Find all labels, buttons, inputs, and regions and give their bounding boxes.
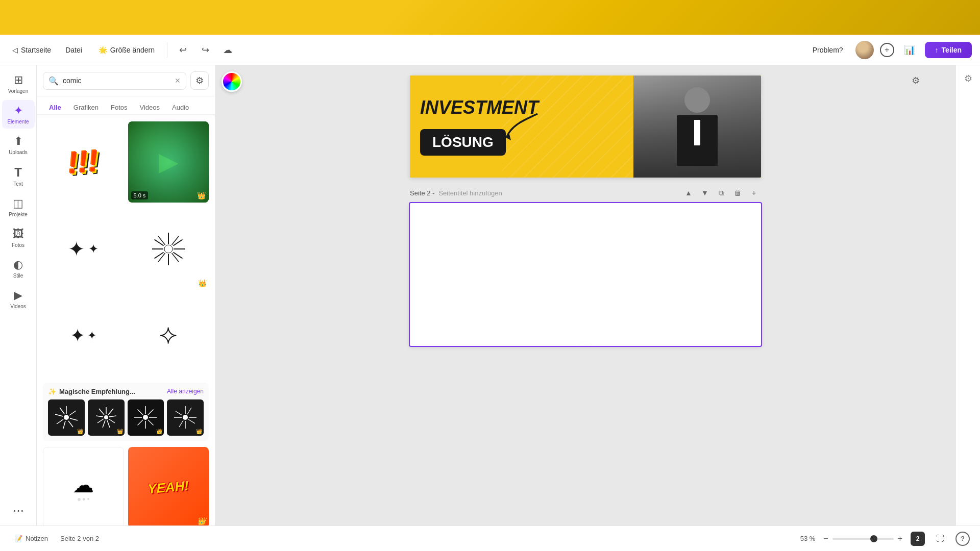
sidebar-item-fotos[interactable]: 🖼 Fotos bbox=[2, 223, 35, 252]
page-add-button[interactable]: + bbox=[747, 186, 761, 200]
user-avatar[interactable] bbox=[855, 41, 874, 59]
sidebar-item-elemente[interactable]: ✦ Elemente bbox=[2, 100, 35, 129]
magic-all-link[interactable]: Alle anzeigen bbox=[167, 388, 204, 395]
svg-line-12 bbox=[172, 253, 179, 262]
canvas-frame-1[interactable]: INVESTMENT LÖSUNG bbox=[410, 76, 761, 178]
magic-item-4[interactable]: 👑 bbox=[167, 399, 204, 436]
sidebar-item-videos[interactable]: ▶ Videos bbox=[2, 285, 35, 313]
share-label: Teilen bbox=[942, 46, 962, 54]
sparkle-grid: ✦ ✦ bbox=[43, 209, 209, 290]
zoom-plus-button[interactable]: + bbox=[898, 534, 902, 543]
svg-line-27 bbox=[107, 420, 110, 428]
page-delete-button[interactable]: 🗑 bbox=[730, 186, 745, 200]
page1-content: INVESTMENT LÖSUNG bbox=[410, 76, 761, 178]
sidebar-item-text[interactable]: T Text bbox=[2, 161, 35, 191]
zoom-minus-button[interactable]: − bbox=[823, 534, 828, 543]
cloud-icon: ☁ bbox=[223, 44, 232, 56]
svg-line-46 bbox=[187, 408, 191, 414]
filter-button[interactable]: ⚙ bbox=[190, 71, 209, 90]
magic-header: ✨ Magische Empfehlung... Alle anzeigen bbox=[48, 388, 204, 395]
sidebar-item-uploads[interactable]: ⬆ Uploads bbox=[2, 131, 35, 159]
undo-button[interactable]: ↩ bbox=[174, 41, 192, 59]
toolbar-right: Problem? + 📊 ↑ Teilen bbox=[806, 41, 972, 59]
clear-search-button[interactable]: ✕ bbox=[175, 77, 181, 85]
videos-icon: ▶ bbox=[14, 289, 22, 302]
cloud-save-button[interactable]: ☁ bbox=[218, 41, 237, 59]
add-user-button[interactable]: + bbox=[880, 43, 894, 57]
svg-line-31 bbox=[99, 409, 104, 415]
tab-audio[interactable]: Audio bbox=[166, 101, 195, 115]
canvas-filter-button[interactable]: ⚙ bbox=[906, 71, 925, 90]
magic-item-1[interactable]: 👑 bbox=[48, 399, 85, 436]
tab-fotos[interactable]: Fotos bbox=[105, 101, 134, 115]
zoom-thumb bbox=[870, 535, 877, 542]
magic-icon: ✨ bbox=[48, 388, 56, 395]
right-settings-icon[interactable]: ⚙ bbox=[959, 69, 977, 88]
sidebar-item-label-videos: Videos bbox=[10, 304, 26, 309]
magic-grid: 👑 bbox=[48, 399, 204, 436]
comic-exclaim-item[interactable]: !!! bbox=[43, 121, 124, 203]
page-move-up-button[interactable]: ▲ bbox=[681, 186, 696, 200]
datei-button[interactable]: Datei bbox=[59, 43, 88, 57]
redo-button[interactable]: ↪ bbox=[196, 41, 214, 59]
crown-3: 👑 bbox=[156, 429, 162, 434]
svg-line-2 bbox=[173, 239, 182, 245]
page-duplicate-button[interactable]: ⧉ bbox=[714, 186, 728, 200]
magic-burst-3 bbox=[133, 405, 158, 430]
zoom-slider[interactable] bbox=[832, 538, 894, 540]
sidebar-item-more[interactable]: ⋯ bbox=[2, 500, 35, 521]
outline-star-item[interactable]: ✦ bbox=[128, 295, 209, 377]
tab-grafiken[interactable]: Grafiken bbox=[67, 101, 105, 115]
analytics-button[interactable]: 📊 bbox=[900, 41, 919, 59]
svg-line-24 bbox=[108, 409, 113, 415]
svg-line-7 bbox=[172, 236, 179, 245]
green-video-item[interactable]: ▶ 5.0 s 👑 bbox=[128, 121, 209, 203]
four-star-item[interactable]: ✦ ✦ bbox=[43, 295, 124, 377]
magic-item-2[interactable]: 👑 bbox=[88, 399, 125, 436]
problem-button[interactable]: Problem? bbox=[806, 43, 849, 57]
share-button[interactable]: ↑ Teilen bbox=[925, 42, 972, 58]
tab-alle[interactable]: Alle bbox=[43, 101, 67, 115]
help-label: ? bbox=[961, 535, 965, 542]
arrow-graphic bbox=[502, 109, 548, 144]
svg-line-40 bbox=[138, 410, 143, 415]
fullscreen-button[interactable]: ⛶ bbox=[933, 532, 947, 546]
notes-button[interactable]: 📝 Notizen bbox=[10, 533, 52, 544]
crown-2: 👑 bbox=[117, 429, 123, 434]
page-2-subtitle[interactable]: Seitentitel hinzufügen bbox=[438, 189, 502, 197]
sparkle-item-1[interactable]: ✦ ✦ bbox=[43, 209, 124, 290]
magic-title: ✨ Magische Empfehlung... bbox=[48, 388, 135, 395]
color-picker[interactable] bbox=[222, 71, 242, 92]
tab-videos[interactable]: Videos bbox=[134, 101, 166, 115]
yeah-item[interactable]: YEAH! 👑 bbox=[128, 447, 209, 525]
help-button[interactable]: ? bbox=[955, 532, 970, 546]
chart-icon: 📊 bbox=[904, 44, 915, 56]
filter-icon: ⚙ bbox=[195, 75, 204, 86]
search-bar: 🔍 ✕ ⚙ bbox=[37, 65, 215, 96]
status-bar: 📝 Notizen Seite 2 von 2 53 % − + 2 ⛶ ? bbox=[0, 525, 980, 551]
templates-icon: ⊞ bbox=[14, 73, 23, 87]
grosse-button[interactable]: 🌟 Größe ändern bbox=[92, 43, 161, 57]
zoom-percent: 53 % bbox=[800, 535, 816, 542]
page-2-label: Seite 2 - Seitentitel hinzufügen ▲ ▼ ⧉ 🗑… bbox=[410, 186, 761, 200]
magic-item-3[interactable]: 👑 bbox=[128, 399, 164, 436]
page-counter[interactable]: 2 bbox=[911, 532, 925, 546]
search-input[interactable] bbox=[63, 77, 170, 85]
svg-line-5 bbox=[154, 252, 163, 258]
svg-line-28 bbox=[103, 420, 105, 428]
category-tabs: Alle Grafiken Fotos Videos Audio bbox=[37, 96, 215, 115]
cloud-item[interactable]: ☁ bbox=[43, 447, 124, 525]
color-picker-button[interactable] bbox=[222, 71, 242, 92]
radial-burst-item[interactable]: 👑 bbox=[128, 209, 209, 290]
svg-point-41 bbox=[183, 415, 188, 420]
page2-content bbox=[410, 203, 761, 346]
page-move-down-button[interactable]: ▼ bbox=[698, 186, 712, 200]
sidebar-item-projekte[interactable]: ◫ Projekte bbox=[2, 193, 35, 221]
magic-title-text: Magische Empfehlung... bbox=[59, 388, 135, 395]
video-play-icon: ▶ bbox=[159, 147, 178, 177]
svg-line-30 bbox=[96, 416, 103, 417]
sidebar-item-stile[interactable]: ◐ Stile bbox=[2, 254, 35, 283]
home-button[interactable]: ◁ Startseite bbox=[8, 43, 55, 57]
sidebar-item-vorlagen[interactable]: ⊞ Vorlagen bbox=[2, 69, 35, 98]
canvas-frame-2[interactable]: ↻ ▲ bbox=[410, 203, 761, 346]
